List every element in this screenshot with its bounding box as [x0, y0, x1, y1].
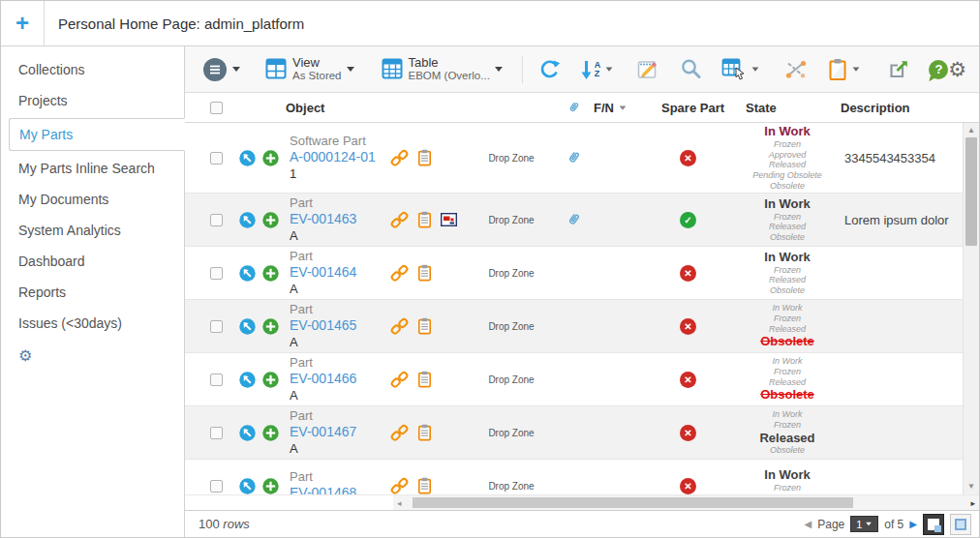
row-checkbox[interactable] — [210, 374, 223, 386]
scroll-left-arrow-icon[interactable]: ◂ — [393, 498, 406, 508]
drop-zone[interactable]: Drop Zone — [488, 268, 534, 279]
open-item-icon[interactable] — [239, 265, 256, 282]
previous-page-button[interactable]: ◀ — [805, 519, 812, 529]
drop-zone[interactable]: Drop Zone — [488, 374, 534, 385]
chain-link-icon[interactable] — [390, 317, 409, 336]
sidebar-item-system-analytics[interactable]: System Analytics — [1, 215, 184, 246]
sidebar-gear-icon[interactable]: ⚙ — [1, 339, 184, 373]
chain-link-icon[interactable] — [390, 211, 409, 229]
table-row[interactable]: Part EV-001464 A — [185, 247, 963, 300]
open-item-icon[interactable] — [239, 318, 256, 335]
scroll-up-arrow-icon[interactable]: ▲ — [964, 126, 979, 134]
refresh-button[interactable] — [538, 58, 561, 80]
vertical-scrollbar[interactable]: ▲ ▼ — [963, 123, 979, 494]
sidebar-item-collections[interactable]: Collections — [1, 54, 184, 85]
chain-link-icon[interactable] — [390, 424, 409, 442]
open-item-icon[interactable] — [239, 372, 256, 388]
horizontal-scrollbar[interactable]: ◂ ▸ — [393, 495, 979, 510]
clipboard-icon[interactable] — [417, 149, 432, 166]
column-header-attachment[interactable] — [555, 100, 594, 115]
row-checkbox[interactable] — [210, 480, 223, 493]
column-header-description[interactable]: Description — [841, 101, 979, 115]
add-item-icon[interactable] — [262, 150, 279, 166]
open-item-icon[interactable] — [239, 478, 256, 494]
table-row[interactable]: Part EV-001467 A — [185, 406, 963, 460]
scroll-down-arrow-icon[interactable]: ▼ — [964, 482, 979, 491]
main-menu-button[interactable] — [202, 57, 240, 82]
drop-zone[interactable]: Drop Zone — [488, 321, 534, 332]
clipboard-icon[interactable] — [417, 477, 432, 494]
row-checkbox[interactable] — [210, 214, 223, 226]
table-row[interactable]: Part EV-001468 — [185, 460, 963, 494]
column-header-state[interactable]: State — [734, 101, 841, 115]
row-checkbox[interactable] — [210, 427, 223, 439]
select-columns-button[interactable] — [721, 58, 759, 81]
next-page-button[interactable]: ▶ — [909, 519, 917, 529]
item-number-link[interactable]: EV-001468 — [290, 485, 356, 494]
drop-zone[interactable]: Drop Zone — [488, 481, 534, 492]
search-button[interactable] — [680, 58, 702, 80]
sidebar-item-my-parts[interactable]: My Parts — [9, 118, 185, 151]
add-tab-button[interactable]: + — [1, 1, 45, 45]
item-number-link[interactable]: A-0000124-01 — [290, 149, 376, 166]
add-item-icon[interactable] — [262, 212, 279, 228]
item-number-link[interactable]: EV-001464 — [290, 264, 356, 282]
add-item-icon[interactable] — [262, 425, 279, 441]
attachment-paperclip-icon[interactable] — [567, 149, 582, 166]
column-header-fn[interactable]: F/N — [594, 101, 642, 115]
view-toggle-grid-button[interactable] — [923, 514, 944, 535]
settings-button[interactable]: ⚙ — [948, 59, 966, 79]
chain-link-icon[interactable] — [390, 477, 409, 495]
sort-button[interactable]: A Z — [580, 59, 614, 80]
item-number-link[interactable]: EV-001467 — [290, 424, 356, 441]
edit-button[interactable] — [636, 58, 658, 80]
chain-link-icon[interactable] — [390, 264, 409, 283]
clipboard-icon[interactable] — [417, 211, 432, 228]
table-row[interactable]: Part EV-001463 A — [185, 194, 963, 247]
attachment-paperclip-icon[interactable] — [567, 211, 582, 228]
table-dropdown[interactable]: Table EBOM (Overlo... — [382, 56, 503, 83]
open-item-icon[interactable] — [239, 425, 256, 441]
cut-route-button-disabled[interactable] — [784, 59, 807, 80]
add-item-icon[interactable] — [262, 318, 279, 335]
add-item-icon[interactable] — [262, 478, 279, 494]
horizontal-scroll-thumb[interactable] — [413, 497, 853, 508]
item-number-link[interactable]: EV-001465 — [290, 317, 356, 335]
column-header-object[interactable]: Object — [286, 101, 390, 115]
column-header-spare-part[interactable]: Spare Part — [642, 101, 734, 115]
sidebar-item-dashboard[interactable]: Dashboard — [1, 246, 184, 277]
drop-zone[interactable]: Drop Zone — [488, 153, 534, 164]
item-number-link[interactable]: EV-001466 — [290, 371, 356, 388]
export-button[interactable] — [889, 59, 909, 79]
help-button[interactable]: ? — [929, 60, 948, 79]
sidebar-item-projects[interactable]: Projects — [1, 85, 184, 116]
chain-link-icon[interactable] — [390, 149, 409, 167]
table-row[interactable]: Part EV-001465 A — [185, 300, 963, 353]
sidebar-item-issues-30days[interactable]: Issues (<30days) — [1, 308, 184, 339]
row-checkbox[interactable] — [210, 320, 223, 333]
open-item-icon[interactable] — [239, 212, 256, 228]
table-row[interactable]: Software Part A-0000124-01 1 — [185, 123, 963, 194]
drop-zone[interactable]: Drop Zone — [488, 215, 534, 225]
select-all-checkbox[interactable] — [210, 102, 223, 114]
add-item-icon[interactable] — [262, 372, 279, 388]
clipboard-icon[interactable] — [417, 264, 432, 282]
item-number-link[interactable]: EV-001463 — [290, 211, 356, 228]
clipboard-button[interactable] — [828, 58, 860, 81]
row-checkbox[interactable] — [210, 152, 223, 164]
sidebar-item-my-parts-inline-search[interactable]: My Parts Inline Search — [1, 153, 184, 184]
page-select[interactable]: 1 — [850, 516, 878, 532]
view-dropdown[interactable]: View As Stored — [265, 56, 354, 83]
add-item-icon[interactable] — [262, 265, 279, 282]
sidebar-item-reports[interactable]: Reports — [1, 277, 184, 308]
sidebar-item-my-documents[interactable]: My Documents — [1, 184, 184, 215]
clipboard-icon[interactable] — [417, 371, 432, 388]
vertical-scroll-thumb[interactable] — [965, 137, 977, 246]
clipboard-icon[interactable] — [417, 424, 432, 441]
row-checkbox[interactable] — [210, 267, 223, 280]
clipboard-icon[interactable] — [417, 317, 432, 335]
scroll-right-arrow-icon[interactable]: ▸ — [966, 498, 979, 508]
chain-link-icon[interactable] — [390, 371, 409, 389]
open-item-icon[interactable] — [239, 150, 256, 166]
drop-zone[interactable]: Drop Zone — [488, 428, 534, 438]
